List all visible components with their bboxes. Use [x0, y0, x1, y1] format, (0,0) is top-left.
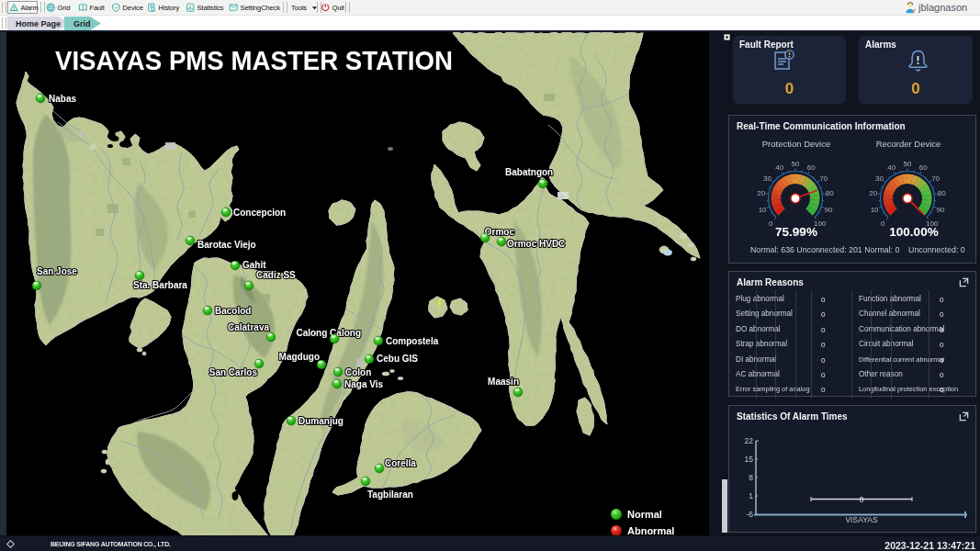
svg-text:40: 40 [887, 163, 896, 172]
svg-text:-6: -6 [746, 510, 753, 519]
svg-text:Ormoc: Ormoc [485, 227, 515, 237]
svg-text:60: 60 [807, 163, 816, 172]
svg-text:20: 20 [869, 189, 877, 197]
svg-text:10: 10 [871, 206, 879, 214]
svg-text:50: 50 [792, 160, 800, 168]
svg-text:1: 1 [749, 491, 753, 500]
svg-text:VISAYAS PMS MASTER STATION: VISAYAS PMS MASTER STATION [55, 45, 453, 75]
svg-text:Corella: Corella [385, 458, 416, 468]
svg-text:70: 70 [931, 174, 940, 183]
svg-text:Abnormal: Abnormal [627, 525, 674, 535]
svg-text:70: 70 [819, 174, 828, 183]
svg-text:30: 30 [763, 174, 772, 183]
svg-text:60: 60 [919, 163, 928, 172]
svg-text:15: 15 [745, 455, 754, 464]
svg-text:Dumanjug: Dumanjug [299, 416, 344, 426]
svg-text:Normal: Normal [627, 509, 662, 520]
svg-text:Cadiz SS: Cadiz SS [256, 270, 296, 280]
svg-text:Magdugo: Magdugo [279, 352, 320, 362]
svg-text:30: 30 [875, 174, 884, 183]
svg-text:Gahit: Gahit [242, 260, 266, 270]
svg-text:80: 80 [938, 189, 946, 197]
svg-text:8: 8 [749, 473, 753, 482]
svg-text:Barotac Viejo: Barotac Viejo [197, 240, 256, 250]
svg-text:Nabas: Nabas [49, 94, 76, 104]
svg-text:San Carlos: San Carlos [209, 367, 258, 377]
svg-text:40: 40 [775, 163, 783, 172]
svg-text:Cebu GIS: Cebu GIS [377, 354, 418, 364]
svg-text:VISAYAS: VISAYAS [845, 515, 877, 524]
svg-text:Babatngon: Babatngon [505, 167, 553, 177]
svg-text:San Jose: San Jose [37, 266, 77, 276]
svg-text:10: 10 [759, 206, 767, 214]
svg-text:Maasin: Maasin [488, 377, 519, 387]
svg-text:Bacolod: Bacolod [215, 306, 251, 316]
svg-text:Tagbilaran: Tagbilaran [367, 489, 413, 500]
svg-text:20: 20 [757, 189, 765, 197]
svg-text:Sta. Barbara: Sta. Barbara [133, 280, 187, 290]
svg-text:Concepcion: Concepcion [233, 208, 286, 218]
svg-text:Ormoc HVDC: Ormoc HVDC [507, 239, 565, 249]
svg-text:Calatrava: Calatrava [228, 322, 269, 332]
svg-text:Naga Vis: Naga Vis [344, 379, 383, 389]
svg-text:80: 80 [826, 189, 834, 197]
svg-text:Calong Calong: Calong Calong [296, 328, 361, 338]
svg-text:Compostela: Compostela [386, 336, 439, 346]
svg-text:Colon: Colon [345, 367, 371, 377]
svg-text:90: 90 [824, 206, 832, 214]
svg-text:22: 22 [745, 436, 754, 445]
svg-text:0: 0 [860, 495, 864, 504]
svg-text:90: 90 [936, 206, 944, 214]
svg-text:50: 50 [904, 160, 912, 168]
